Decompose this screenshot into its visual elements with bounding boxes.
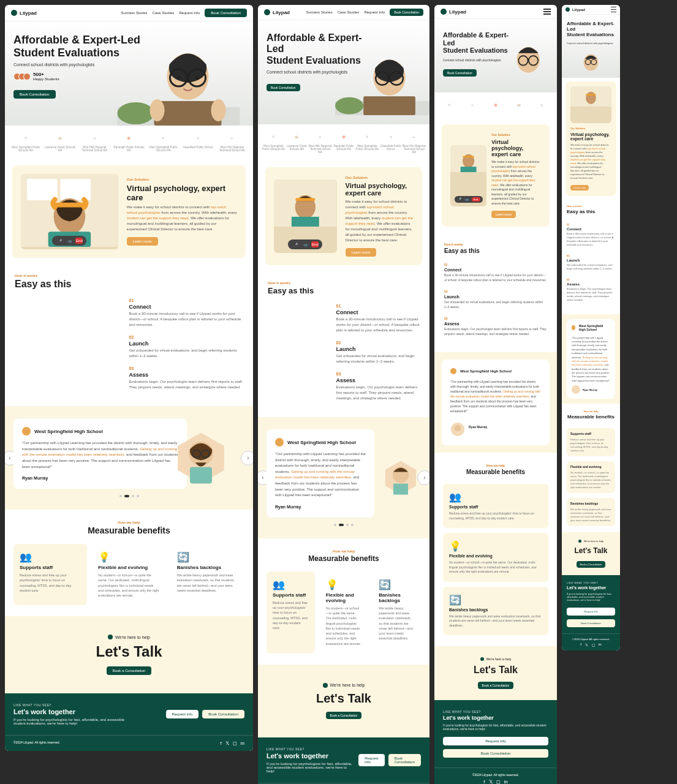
svg-rect-34 [393,483,408,494]
benefits-section: How we help Measurable benefits 👥Support… [258,538,429,665]
dot[interactable] [132,495,134,497]
hero-cta-button[interactable]: Book Consultation [13,90,56,99]
svg-rect-15 [55,203,85,208]
learn-more-button[interactable]: Learn more [346,248,377,257]
solution-image: 🎤 📹 End [21,174,118,249]
nav-request-info[interactable]: Request Info [179,11,200,15]
benefits-section: How we help Measurable benefits 👥 Suppor… [5,510,253,616]
request-info-button[interactable]: Request info [443,737,548,745]
benefit-title: Banishes backlogs [177,565,238,570]
hero-cta-button[interactable]: Book Consultation [443,69,477,77]
solution-body: We make it easy for school districts to … [127,205,237,232]
step-desc: Book a 30-minute introductory call to se… [129,311,244,328]
top-nav: Lilypad Success Stories Case Studies Req… [258,5,429,20]
instagram-icon[interactable]: ◻ [233,741,237,746]
talk-cta-button[interactable]: Book a Consultation [326,712,362,719]
hiw-title: Easy as this [268,286,420,295]
nav-request-info[interactable]: Request Info [364,10,385,14]
learn-more-button[interactable]: Learn more [491,211,516,218]
school-badge-icon [22,427,31,435]
dot[interactable] [137,495,139,497]
hero-section: Affordable & Expert-LedStudent Evaluatio… [258,20,429,124]
backlog-icon: 🔄 [177,551,187,561]
svg-point-10 [211,99,226,121]
svg-rect-31 [292,217,319,227]
staff-icon: 👥 [20,551,29,561]
school-name: Greenfield Public School [379,145,402,151]
footer-cta-title: Let's work together [13,708,136,715]
hamburger-icon[interactable] [611,9,616,10]
facebook-icon[interactable]: f [221,741,222,746]
school-logos: 🏛West Springfield Public Schools MA 🏫Law… [258,124,429,160]
talk-cta-button[interactable]: Book a Consultation [577,561,606,568]
mic-icon[interactable]: 🎤 [56,238,63,244]
copyright: ©2024 Lilypad. All rights reserved. [13,741,60,746]
talk-cta-section: We're here to help Let's Talk Book a Con… [5,616,253,693]
school-logo-item: ⛰Blue Hills Regional Technical School MA [215,132,249,152]
book-consultation-button[interactable]: Book Consultation [567,619,615,627]
book-consultation-button[interactable]: Book Consultation [443,749,548,758]
hiw-eyebrow: How it works [15,274,243,277]
hiw-title: Easy as this [15,279,243,290]
testimonial-section: ‹ West Springfield High School "Our part… [258,417,429,538]
svg-point-6 [177,76,181,80]
end-call-button[interactable]: End [75,238,83,244]
carousel-next-button[interactable]: › [417,470,429,485]
school-name: Blue Hills Regional Technical School MA [309,145,332,154]
svg-rect-21 [190,467,212,483]
hero-section: Affordable & Expert-Led Student Evaluati… [5,21,253,126]
twitter-icon[interactable]: 𝕏 [225,741,229,746]
step-desc: Evaluations begin. Our psychologist team… [129,379,244,390]
school-logo-item: 🏛West Springfield Public Schools MA [9,132,43,152]
school-name: Randolph Public Schools MA [332,145,355,151]
linkedin-icon[interactable]: in [241,741,244,746]
solution-title: Virtual psychology, expert care [346,182,414,197]
brand-logo[interactable]: Lilypad [264,9,290,15]
camera-icon[interactable]: 📹 [66,238,73,244]
hero-cta-button[interactable]: Book Consultation [267,84,300,91]
nav-case-studies[interactable]: Case Studies [153,11,175,15]
benefits-eyebrow: How we help [13,521,244,524]
brand-logo[interactable]: Lilypad [11,10,37,16]
footer-cta-body: If you're looking for psychologists for … [13,718,136,725]
solution-image: 🎤📹End [274,179,337,253]
request-info-button[interactable]: Request info [166,710,199,718]
step-title: Connect [129,304,244,310]
mic-icon[interactable]: 🎤 [292,241,299,247]
request-info-button[interactable]: Request info [567,608,615,616]
book-consultation-button[interactable]: Book Consultation [202,710,244,718]
school-logo-item: 🏫Lawrence Public Schools MA [43,132,77,152]
benefit-card: 🔄 Banishes backlogs We tackle heavy pape… [171,544,244,605]
viewport-tablet: Lilypad Success Stories Case Studies Req… [258,5,429,784]
school-logos: 🏛West Springfield Public Schools MA 🏫Law… [5,126,253,158]
end-call-button[interactable]: End [311,241,319,247]
nav-case-studies[interactable]: Case Studies [338,10,360,14]
benefit-title: Supports staff [20,565,81,570]
request-info-button[interactable]: Request info [358,754,384,766]
learn-more-button[interactable]: Learn more [127,237,158,246]
svg-point-1 [118,102,154,124]
dot[interactable] [119,495,122,497]
benefit-desc: We tackle heavy paperwork and ease evalu… [177,573,238,593]
nav-cta-button[interactable]: Book Consultation [390,9,423,16]
hero-image [335,45,429,124]
hamburger-icon[interactable] [543,11,551,12]
nav-success-stories[interactable]: Success Stories [121,11,148,15]
carousel-next-button[interactable]: › [241,451,253,466]
book-consultation-button[interactable]: Book Consultation [388,754,421,766]
testimonial-school: West Springfield High School [22,427,178,435]
nav-cta-button[interactable]: Book Consultation [205,9,247,17]
step-title: Assess [129,372,244,378]
dot-active[interactable] [124,495,129,497]
talk-cta-button[interactable]: Book a Consultation [107,666,152,675]
viewport-narrow: Lilypad Affordable & Expert-LedStudent E… [562,5,620,650]
camera-icon[interactable]: 📹 [301,241,309,247]
talk-cta-button[interactable]: Book a Consultation [478,682,514,689]
school-logo-item: 🏛West Springfield Public Schools MA [146,132,181,152]
solution-eyebrow: Our Solution [346,176,414,179]
viewport-desktop: Lilypad Success Stories Case Studies Req… [5,5,253,751]
learn-more-button[interactable]: Learn more [570,185,589,190]
solution-eyebrow: Our Solution [127,178,237,181]
nav-success-stories[interactable]: Success Stories [306,10,333,14]
svg-point-9 [150,99,165,121]
